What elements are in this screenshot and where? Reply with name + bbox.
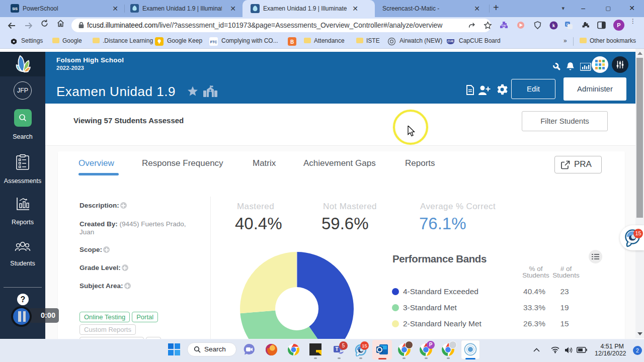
svg-text:FTC: FTC bbox=[210, 40, 217, 44]
svg-text:G: G bbox=[566, 23, 569, 26]
svg-text:CUE: CUE bbox=[447, 40, 454, 43]
svg-text:B: B bbox=[290, 39, 294, 45]
svg-text:rw: rw bbox=[502, 24, 506, 27]
svg-text:SIS: SIS bbox=[12, 7, 18, 11]
